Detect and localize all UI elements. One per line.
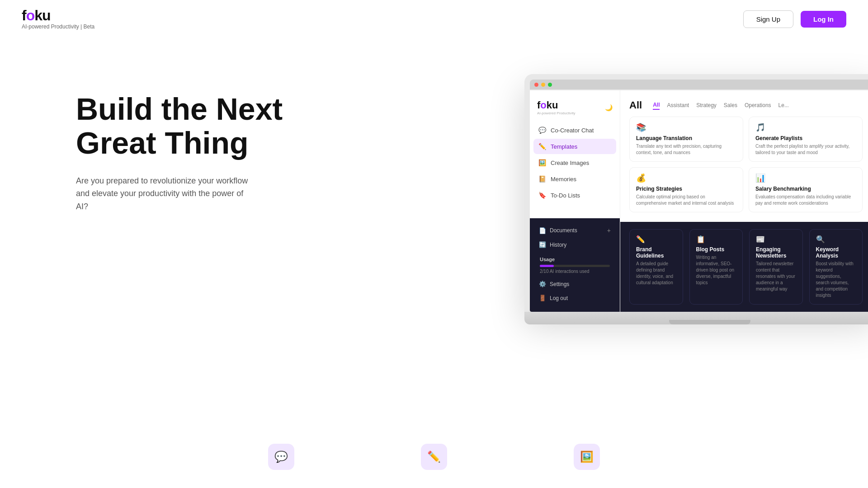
minimize-dot <box>541 83 545 87</box>
sidebar-settings[interactable]: ⚙️ Settings <box>535 277 614 291</box>
nav-buttons: Sign Up Log In <box>743 10 846 28</box>
card-title-translation: Language Translation <box>636 135 736 141</box>
brand-icon: ✏️ <box>636 235 676 244</box>
laptop-screen-outer: foku AI-powered Productivity 🌙 💬 Co-Crea… <box>524 74 868 312</box>
card-desc-playlists: Craft the perfect playlist to amplify yo… <box>755 143 856 156</box>
filter-all[interactable]: All <box>653 101 660 110</box>
filter-tabs: All Assistant Strategy Sales Operations … <box>653 101 789 110</box>
close-dot <box>534 83 538 87</box>
documents-icon: 📄 <box>539 227 546 234</box>
sidebar-item-todos[interactable]: 🔖 To-Do Lists <box>533 188 616 203</box>
card-language-translation[interactable]: 📚 Language Translation Translate any tex… <box>629 117 743 162</box>
top-cards-grid: 📚 Language Translation Translate any tex… <box>629 117 863 212</box>
sidebar-nav: 💬 Co-Creator Chat ✏️ Templates 🖼️ Create… <box>530 122 620 218</box>
todo-icon: 🔖 <box>538 192 546 199</box>
sidebar-history[interactable]: 🔄 History <box>535 238 614 251</box>
documents-label: Documents <box>550 227 577 234</box>
bottom-chat-icon-box: 💬 <box>268 444 294 470</box>
sidebar-item-images[interactable]: 🖼️ Create Images <box>533 155 616 170</box>
card-pricing-strategies[interactable]: 💰 Pricing Strategies Calculate optimal p… <box>629 167 743 212</box>
usage-section: Usage 2/10 AI interactions used <box>535 252 614 277</box>
logo-area: foku AI-powered Productivity | Beta <box>22 8 94 30</box>
sidebar-logout[interactable]: 🚪 Log out <box>535 291 614 305</box>
app-sidebar: foku AI-powered Productivity 🌙 💬 Co-Crea… <box>530 90 620 312</box>
signup-button[interactable]: Sign Up <box>743 10 793 28</box>
dark-card-keyword-analysis[interactable]: 🔍 Keyword Analysis Boost visibility with… <box>809 229 863 305</box>
playlists-icon: 🎵 <box>755 122 856 132</box>
dark-card-desc-newsletter: Tailored newsletter content that resonat… <box>756 261 796 292</box>
filter-strategy[interactable]: Strategy <box>696 101 717 109</box>
keyword-icon: 🔍 <box>816 235 856 244</box>
sidebar-label-memories: Memories <box>551 176 576 183</box>
sidebar-label-images: Create Images <box>551 160 589 166</box>
login-button[interactable]: Log In <box>801 11 846 28</box>
filter-assistant[interactable]: Assistant <box>667 101 689 109</box>
hero-section: Build the Next Great Thing Are you prepa… <box>0 38 868 213</box>
dark-card-title-newsletter: Engaging Newsletters <box>756 246 796 259</box>
card-desc-pricing: Calculate optimal pricing based on compr… <box>636 194 736 206</box>
laptop-topbar <box>530 80 868 89</box>
settings-icon: ⚙️ <box>539 281 546 287</box>
usage-bar-fill <box>540 265 554 267</box>
navbar: foku AI-powered Productivity | Beta Sign… <box>0 0 868 38</box>
hero-title: Build the Next Great Thing <box>76 92 283 160</box>
dark-card-title-blog: Blog Posts <box>696 246 736 253</box>
bottom-edit-icon-box: ✏️ <box>421 444 447 470</box>
translation-icon: 📚 <box>636 122 736 132</box>
add-document-icon[interactable]: + <box>607 227 611 234</box>
filter-operations[interactable]: Operations <box>745 101 771 109</box>
section-title: All <box>629 99 642 111</box>
dark-card-brand-guidelines[interactable]: ✏️ Brand Guidelines A detailed guide def… <box>629 229 683 305</box>
newsletter-icon: 📰 <box>756 235 796 244</box>
sidebar-documents[interactable]: 📄 Documents + <box>535 224 614 237</box>
card-salary-benchmarking[interactable]: 📊 Salary Benchmarking Evaluates compensa… <box>749 167 863 212</box>
sidebar-item-memories[interactable]: 📔 Memories <box>533 171 616 187</box>
logout-icon: 🚪 <box>539 295 546 301</box>
dark-card-newsletters[interactable]: 📰 Engaging Newsletters Tailored newslett… <box>749 229 803 305</box>
sidebar-label-todos: To-Do Lists <box>551 192 580 199</box>
hero-text: Build the Next Great Thing Are you prepa… <box>76 65 283 213</box>
card-title-salary: Salary Benchmarking <box>755 186 856 192</box>
app-bottom-section: ✏️ Brand Guidelines A detailed guide def… <box>620 222 868 312</box>
filter-sales[interactable]: Sales <box>724 101 737 109</box>
bottom-image-icon-box: 🖼️ <box>574 444 600 470</box>
app-logo-col: foku AI-powered Productivity <box>537 99 575 115</box>
card-title-playlists: Generate Playlists <box>755 135 856 141</box>
sidebar-label-templates: Templates <box>551 143 577 150</box>
section-title-row: All All Assistant Strategy Sales Operati… <box>629 99 863 111</box>
dark-card-blog-posts[interactable]: 📋 Blog Posts Writing an informative, SEO… <box>689 229 743 305</box>
dark-card-title-keyword: Keyword Analysis <box>816 246 856 259</box>
bottom-image-icon: 🖼️ <box>580 450 594 463</box>
salary-icon: 📊 <box>755 173 856 183</box>
blog-icon: 📋 <box>696 235 736 244</box>
card-desc-translation: Translate any text with precision, captu… <box>636 143 736 156</box>
dark-card-desc-brand: A detailed guide defining brand identity… <box>636 261 676 286</box>
images-icon: 🖼️ <box>538 159 546 166</box>
templates-icon: ✏️ <box>538 143 546 150</box>
dark-card-desc-blog: Writing an informative, SEO-driven blog … <box>696 254 736 286</box>
sidebar-label-chat: Co-Creator Chat <box>551 127 594 134</box>
card-generate-playlists[interactable]: 🎵 Generate Playlists Craft the perfect p… <box>749 117 863 162</box>
theme-toggle-icon[interactable]: 🌙 <box>605 104 613 111</box>
dark-card-title-brand: Brand Guidelines <box>636 246 676 259</box>
card-title-pricing: Pricing Strategies <box>636 186 736 192</box>
logout-label: Log out <box>550 295 568 301</box>
sidebar-item-templates[interactable]: ✏️ Templates <box>533 139 616 154</box>
card-desc-salary: Evaluates compensation data including va… <box>755 194 856 206</box>
laptop-mockup: foku AI-powered Productivity 🌙 💬 Co-Crea… <box>524 74 868 327</box>
sidebar-item-chat[interactable]: 💬 Co-Creator Chat <box>533 122 616 138</box>
sidebar-bottom: 📄 Documents + 🔄 History Usage <box>530 218 620 312</box>
usage-text: 2/10 AI interactions used <box>540 269 610 274</box>
settings-label: Settings <box>550 281 569 287</box>
app-logo-sub: AI-powered Productivity <box>537 111 575 115</box>
app-main: All All Assistant Strategy Sales Operati… <box>620 90 868 312</box>
maximize-dot <box>548 83 552 87</box>
history-icon: 🔄 <box>539 241 546 248</box>
usage-bar-background <box>540 265 610 267</box>
logo: foku <box>22 8 94 23</box>
dark-card-desc-keyword: Boost visibility with keyword suggestion… <box>816 261 856 299</box>
hero-description: Are you prepared to revolutionize your w… <box>76 174 257 213</box>
laptop-base <box>524 312 868 324</box>
chat-icon: 💬 <box>538 127 546 134</box>
filter-more[interactable]: Le... <box>778 101 789 109</box>
